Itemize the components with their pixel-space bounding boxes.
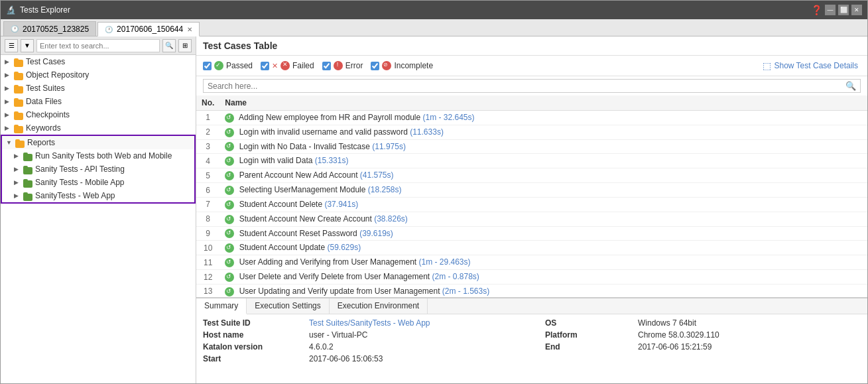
label-keywords: Keywords (26, 123, 61, 133)
show-details-button[interactable]: ⬚ Show Test Case Details (760, 59, 861, 72)
bottom-panel: Summary Execution Settings Execution Env… (196, 297, 867, 383)
label-test-suites: Test Suites (26, 84, 65, 93)
title-bar-left: 🔬 Tests Explorer (6, 5, 70, 15)
sidebar-item-sanity-web[interactable]: ▶ SanityTests - Web App (2, 189, 194, 202)
katalon-version-value: 4.6.0.2 (309, 342, 532, 352)
row-name: Selecting UserManagement Module (239, 185, 366, 194)
label-object-repository: Object Repository (26, 70, 89, 80)
folder-icon-reports (15, 139, 25, 147)
table-row[interactable]: 8 Student Account New Create Account (38… (196, 212, 867, 226)
table-row[interactable]: 11 User Adding and Verifying from User M… (196, 255, 867, 270)
bottom-content: Test Suite ID Test Suites/SanityTests - … (196, 314, 867, 383)
table-search-icon[interactable]: 🔍 (845, 81, 856, 91)
sidebar-search-btn[interactable]: 🔍 (162, 39, 176, 52)
table-row[interactable]: 5 Parent Account New Add Account (41.575… (196, 168, 867, 183)
filter-incomplete-checkbox[interactable] (371, 62, 379, 70)
label-checkpoints: Checkpoints (26, 110, 70, 119)
filter-error-checkbox[interactable] (322, 62, 331, 70)
table-row[interactable]: 4 Login with valid Data (15.331s) (196, 154, 867, 168)
arrow-sanity-web: ▶ (14, 192, 21, 199)
tab-2[interactable]: 🕐 20170606_150644 ✕ (97, 22, 200, 36)
row-status-icon (225, 200, 234, 210)
row-time: (38.826s) (374, 214, 408, 224)
app-window: 🔬 Tests Explorer ❓ — ⬜ ✕ 🕐 20170525_1238… (0, 0, 868, 384)
sidebar-item-checkpoints[interactable]: ▶ Checkpoints (1, 108, 196, 121)
tab-close-2[interactable]: ✕ (187, 26, 192, 33)
sidebar-item-data-files[interactable]: ▶ Data Files (1, 95, 196, 108)
table-row[interactable]: 9 Student Account Reset Password (39.619… (196, 226, 867, 241)
reports-section: ▼ Reports ▶ Run Sanity Tests both Web an… (1, 135, 196, 204)
sidebar-expand-btn[interactable]: ▼ (21, 39, 34, 52)
arrow-run-sanity-both: ▶ (14, 153, 21, 159)
row-number: 1 (196, 111, 219, 125)
row-name-cell: Student Account Update (59.629s) (219, 241, 867, 255)
sidebar-item-keywords[interactable]: ▶ Keywords (1, 121, 196, 135)
test-suite-id-value[interactable]: Test Suites/SanityTests - Web App (309, 318, 532, 328)
folder-icon-object-repository (14, 72, 23, 79)
bottom-tab-execution-environment[interactable]: Execution Environment (330, 298, 428, 314)
table-row[interactable]: 6 Selecting UserManagement Module (18.25… (196, 183, 867, 198)
table-row[interactable]: 2 Login with invalid username and valid … (196, 125, 867, 139)
table-body: 1 Adding New employee from HR and Payrol… (196, 111, 867, 298)
row-status-icon (225, 157, 234, 166)
sidebar-search-input[interactable] (36, 39, 160, 52)
row-number: 12 (196, 270, 219, 285)
table-row[interactable]: 3 Login with No Data - Invalid Testcase … (196, 139, 867, 154)
reports-children: ▶ Run Sanity Tests both Web and Mobile ▶… (2, 149, 194, 202)
label-sanity-mobile: Sanity Tests - Mobile App (35, 178, 125, 187)
filter-passed-label: Passed (226, 61, 253, 70)
sidebar-filter-btn[interactable]: ⊞ (178, 39, 192, 52)
filter-failed: ✕ Failed (261, 61, 314, 70)
start-label: Start (203, 354, 296, 363)
row-number: 2 (196, 125, 219, 139)
bottom-tab-summary[interactable]: Summary (196, 298, 247, 314)
table-row[interactable]: 12 User Delete and Verify Delete from Us… (196, 270, 867, 285)
sidebar-item-test-cases[interactable]: ▶ Test Cases (1, 55, 196, 68)
table-row[interactable]: 1 Adding New employee from HR and Payrol… (196, 111, 867, 125)
table-row[interactable]: 10 Student Account Update (59.629s) (196, 241, 867, 255)
filter-error: Error (322, 61, 363, 70)
sidebar-item-sanity-api[interactable]: ▶ Sanity Tests - API Testing (2, 162, 194, 176)
label-sanity-api: Sanity Tests - API Testing (35, 164, 125, 174)
table-row[interactable]: 13 User Updating and Verify update from … (196, 284, 867, 297)
row-number: 4 (196, 154, 219, 168)
minimize-btn[interactable]: — (825, 5, 836, 15)
filter-failed-checkbox[interactable] (261, 62, 269, 70)
content-area: Test Cases Table Passed ✕ Failed (196, 36, 867, 383)
table-row[interactable]: 7 Student Account Delete (37.941s) (196, 197, 867, 212)
sidebar: ☰ ▼ 🔍 ⊞ ▶ Test Cases ▶ Object Repository… (1, 36, 196, 383)
row-time: (11.633s) (410, 127, 444, 137)
sidebar-item-object-repository[interactable]: ▶ Object Repository (1, 68, 196, 82)
close-btn[interactable]: ✕ (851, 5, 862, 15)
arrow-sanity-api: ▶ (14, 166, 21, 172)
row-name: User Delete and Verify Delete from User … (239, 272, 430, 281)
sidebar-item-test-suites[interactable]: ▶ Test Suites (1, 82, 196, 95)
row-time: (1m - 29.463s) (419, 257, 471, 267)
start-value: 2017-06-06 15:06:53 (309, 354, 532, 363)
table-search-input[interactable] (208, 82, 845, 91)
arrow-test-cases: ▶ (5, 58, 11, 65)
row-name-cell: Student Account Reset Password (39.619s) (219, 226, 867, 241)
arrow-keywords: ▶ (5, 125, 11, 131)
maximize-btn[interactable]: ⬜ (838, 5, 849, 15)
arrow-reports: ▼ (6, 139, 13, 146)
sidebar-item-sanity-mobile[interactable]: ▶ Sanity Tests - Mobile App (2, 176, 194, 189)
sidebar-menu-btn[interactable]: ☰ (5, 39, 18, 52)
filter-passed-checkbox[interactable] (203, 62, 212, 70)
folder-icon-keywords (14, 125, 23, 132)
row-number: 5 (196, 168, 219, 183)
row-status-icon (225, 171, 234, 180)
row-name: Login with valid Data (239, 156, 313, 165)
row-status-icon (225, 273, 234, 282)
row-name-cell: User Updating and Verify update from Use… (219, 284, 867, 297)
sidebar-item-reports[interactable]: ▼ Reports (2, 136, 194, 149)
arrow-data-files: ▶ (5, 98, 11, 105)
tab-1[interactable]: 🕐 20170525_123825 (3, 21, 96, 36)
end-value: 2017-06-06 15:21:59 (638, 342, 861, 352)
sidebar-item-run-sanity-both[interactable]: ▶ Run Sanity Tests both Web and Mobile (2, 149, 194, 162)
folder-icon-test-suites (14, 85, 23, 92)
platform-value: Chrome 58.0.3029.110 (638, 330, 861, 340)
search-bar: 🔍 (203, 79, 861, 93)
row-name: User Updating and Verify update from Use… (239, 287, 440, 296)
bottom-tab-execution-settings[interactable]: Execution Settings (247, 298, 329, 314)
